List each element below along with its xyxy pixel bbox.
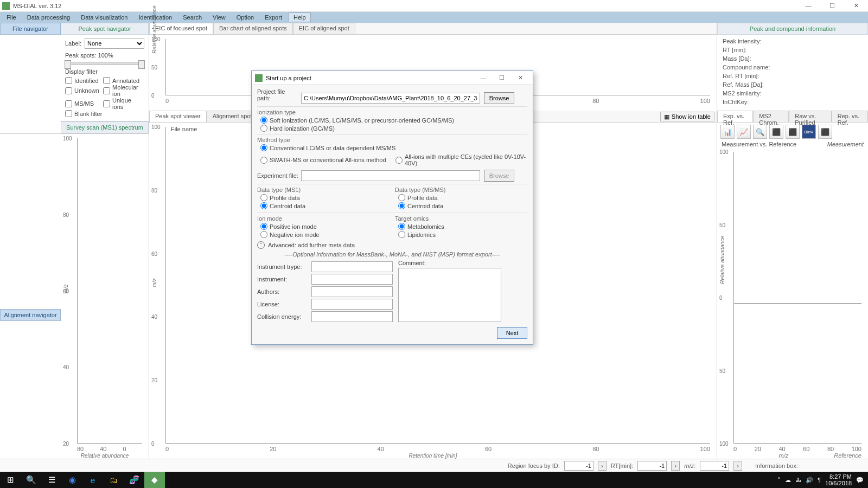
method-type-label: Method type [257, 137, 527, 143]
experiment-file-browse-button[interactable]: Browse [484, 170, 514, 182]
advanced-toggle[interactable]: ˄ Advanced: add further meta data [257, 241, 527, 249]
dialog-minimize-button[interactable]: — [474, 75, 493, 81]
authors-input[interactable] [311, 286, 393, 297]
ionization-label: Ionization type [257, 109, 527, 115]
dialog-app-icon [255, 74, 263, 82]
dialog-close-button[interactable]: ✕ [511, 74, 529, 81]
modal-overlay: Start up a project — ☐ ✕ Project file pa… [0, 0, 868, 488]
chevron-up-icon: ˄ [257, 241, 265, 249]
dialog-maximize-button[interactable]: ☐ [493, 74, 511, 81]
optional-info-note: ----Optional information for MassBank-, … [257, 251, 527, 258]
comment-textarea[interactable] [398, 268, 501, 322]
collision-energy-input[interactable] [311, 311, 393, 322]
ms1-profile-radio[interactable]: Profile data [260, 194, 390, 201]
msms-profile-radio[interactable]: Profile data [398, 194, 527, 201]
license-input[interactable] [311, 299, 393, 310]
collision-energy-label: Collision energy: [257, 313, 311, 320]
project-path-label: Project file path: [257, 88, 299, 101]
ion-negative-radio[interactable]: Negative ion mode [260, 231, 390, 238]
instrument-label: Instrument: [257, 276, 311, 282]
ionization-soft-radio[interactable]: Soft ionization (LC/MS, LC/MS/MS, or pre… [260, 117, 527, 124]
omics-lipidomics-radio[interactable]: Lipidomics [398, 231, 527, 238]
experiment-file-input[interactable] [301, 170, 480, 181]
ms1-centroid-radio[interactable]: Centroid data [260, 202, 390, 209]
instrument-type-label: Instrument trype: [257, 264, 311, 270]
msms-centroid-radio[interactable]: Centroid data [398, 202, 527, 209]
ionization-hard-radio[interactable]: Hard ionization (GC/MS) [260, 125, 527, 132]
project-path-input[interactable] [301, 93, 480, 104]
method-conventional-radio[interactable]: Conventional LC/MS or data dependent MS/… [260, 144, 527, 151]
target-omics-label: Target omics [395, 215, 527, 222]
experiment-file-label: Experiment file: [257, 172, 299, 179]
license-label: License: [257, 301, 311, 307]
method-allions-radio[interactable]: All-ions with multiple CEs (cycled like … [395, 153, 527, 166]
ms1-dtype-label: Data type (MS1) [257, 187, 390, 193]
project-path-browse-button[interactable]: Browse [484, 92, 514, 104]
ion-positive-radio[interactable]: Positive ion mode [260, 223, 390, 230]
next-button[interactable]: Next [497, 327, 527, 339]
instrument-type-input[interactable] [311, 261, 393, 272]
method-swath-radio[interactable]: SWATH-MS or conventional All-ions method [260, 153, 392, 166]
dialog-title: Start up a project [266, 75, 311, 81]
msms-dtype-label: Data type (MS/MS) [395, 187, 527, 193]
omics-metabolomics-radio[interactable]: Metabolomics [398, 223, 527, 230]
comment-label: Comment: [398, 260, 527, 266]
authors-label: Authors: [257, 288, 311, 295]
ion-mode-label: Ion mode [257, 215, 390, 222]
instrument-input[interactable] [311, 274, 393, 285]
startup-project-dialog: Start up a project — ☐ ✕ Project file pa… [251, 70, 533, 345]
